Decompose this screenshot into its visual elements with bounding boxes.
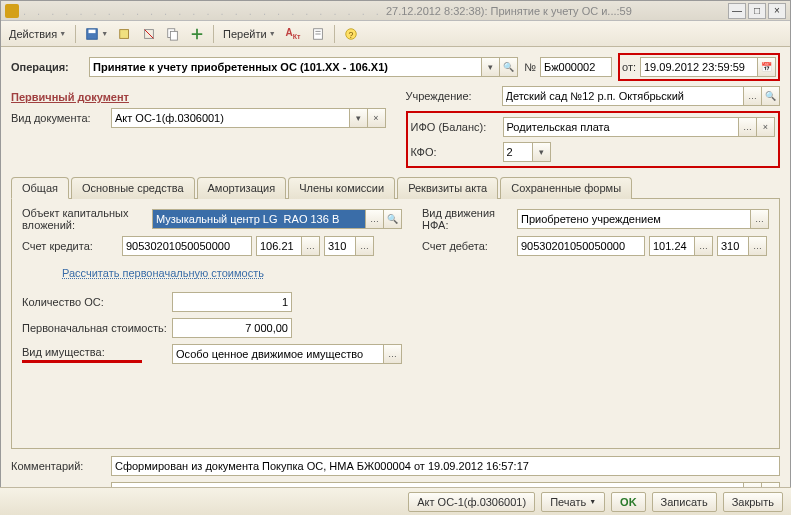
move-ellipsis[interactable]: …	[751, 209, 769, 229]
act-button[interactable]: Акт ОС-1(ф.0306001)	[408, 492, 535, 512]
operation-row: Операция: ▾ 🔍 № от: 📅	[11, 53, 780, 81]
org-input[interactable]	[502, 86, 745, 106]
separator	[334, 25, 335, 43]
tab-saved-forms[interactable]: Сохраненные формы	[500, 177, 632, 199]
kfo-dropdown[interactable]: ▾	[533, 142, 551, 162]
svg-rect-5	[170, 31, 177, 40]
obj-ellipsis[interactable]: …	[366, 209, 384, 229]
actions-menu[interactable]: Действия▼	[5, 24, 70, 44]
obj-input[interactable]	[152, 209, 366, 229]
svg-text:?: ?	[348, 29, 353, 39]
window-title: . . . . . . . . . . . . . . . . . . . . …	[23, 5, 726, 17]
toolbar-icon-1[interactable]	[114, 24, 136, 44]
kind-ellipsis[interactable]: …	[384, 344, 402, 364]
qty-label: Количество ОС:	[22, 296, 172, 308]
doc-type-clear[interactable]: ×	[368, 108, 386, 128]
move-input[interactable]	[517, 209, 751, 229]
obj-label: Объект капитальных вложений:	[22, 207, 152, 231]
number-input[interactable]	[540, 57, 612, 77]
ifo-input[interactable]	[503, 117, 740, 137]
debit-extra-ellipsis[interactable]: …	[749, 236, 767, 256]
credit-sub-ellipsis[interactable]: …	[302, 236, 320, 256]
go-menu[interactable]: Перейти▼	[219, 24, 280, 44]
maximize-button[interactable]: □	[748, 3, 766, 19]
ifo-ellipsis[interactable]: …	[739, 117, 757, 137]
debit-sub-input[interactable]	[649, 236, 695, 256]
kfo-input[interactable]	[503, 142, 533, 162]
svg-rect-2	[120, 29, 129, 38]
ifo-label: ИФО (Баланс):	[411, 121, 503, 133]
operation-search-button[interactable]: 🔍	[500, 57, 518, 77]
toolbar-icon-3[interactable]	[162, 24, 184, 44]
separator	[213, 25, 214, 43]
help-button[interactable]: ?	[340, 24, 362, 44]
doc-type-dropdown[interactable]: ▾	[350, 108, 368, 128]
save-button[interactable]: Записать	[652, 492, 717, 512]
chevron-down-icon: ▼	[59, 30, 66, 37]
credit-extra-input[interactable]	[324, 236, 356, 256]
cost-label: Первоначальная стоимость:	[22, 322, 172, 334]
org-ellipsis[interactable]: …	[744, 86, 762, 106]
operation-select[interactable]	[89, 57, 482, 77]
credit-sub-input[interactable]	[256, 236, 302, 256]
date-input[interactable]	[640, 57, 758, 77]
number-label: №	[524, 61, 536, 73]
operation-dropdown-button[interactable]: ▾	[482, 57, 500, 77]
chevron-down-icon: ▼	[269, 30, 276, 37]
titlebar: . . . . . . . . . . . . . . . . . . . . …	[1, 1, 790, 21]
toolbar-icon-6[interactable]	[307, 24, 329, 44]
qty-input[interactable]	[172, 292, 292, 312]
tab-commission[interactable]: Члены комиссии	[288, 177, 395, 199]
doc-type-label: Вид документа:	[11, 112, 111, 124]
ok-button[interactable]: OK	[611, 492, 646, 512]
tab-act-details[interactable]: Реквизиты акта	[397, 177, 498, 199]
doc-type-input[interactable]	[111, 108, 350, 128]
move-label: Вид движения НФА:	[422, 207, 517, 231]
svg-rect-1	[89, 29, 96, 33]
debit-sub-ellipsis[interactable]: …	[695, 236, 713, 256]
tab-depreciation[interactable]: Амортизация	[197, 177, 287, 199]
section-primary-doc-title: Первичный документ	[11, 91, 386, 103]
org-label: Учреждение:	[406, 90, 502, 102]
ifo-clear[interactable]: ×	[757, 117, 775, 137]
comment-label: Комментарий:	[11, 460, 111, 472]
cost-input[interactable]	[172, 318, 292, 338]
obj-search[interactable]: 🔍	[384, 209, 402, 229]
tabs: Общая Основные средства Амортизация Член…	[11, 176, 780, 199]
credit-account-input[interactable]	[122, 236, 252, 256]
toolbar-icon-2[interactable]	[138, 24, 160, 44]
print-button[interactable]: Печать▼	[541, 492, 605, 512]
toolbar-icon-4[interactable]	[186, 24, 208, 44]
tab-general-body: Объект капитальных вложений: … 🔍 Счет кр…	[11, 199, 780, 449]
tab-general[interactable]: Общая	[11, 177, 69, 199]
close-button[interactable]: Закрыть	[723, 492, 783, 512]
close-window-button[interactable]: ×	[768, 3, 786, 19]
app-icon	[5, 4, 19, 18]
debit-label: Счет дебета:	[422, 240, 517, 252]
date-label: от:	[622, 61, 636, 73]
save-icon-button[interactable]: ▼	[81, 24, 112, 44]
date-picker-button[interactable]: 📅	[758, 57, 776, 77]
calc-cost-link[interactable]: Рассчитать первоначальную стоимость	[62, 267, 264, 279]
separator	[75, 25, 76, 43]
footer: Акт ОС-1(ф.0306001) Печать▼ OK Записать …	[0, 487, 791, 515]
operation-label: Операция:	[11, 61, 89, 73]
toolbar-icon-5[interactable]: АКт	[282, 24, 305, 44]
credit-extra-ellipsis[interactable]: …	[356, 236, 374, 256]
debit-account-input[interactable]	[517, 236, 645, 256]
tab-fixed-assets[interactable]: Основные средства	[71, 177, 195, 199]
kind-label: Вид имущества:	[22, 346, 105, 358]
chevron-down-icon: ▼	[101, 30, 108, 37]
kfo-label: КФО:	[411, 146, 503, 158]
org-search[interactable]: 🔍	[762, 86, 780, 106]
kind-input[interactable]	[172, 344, 384, 364]
toolbar: Действия▼ ▼ Перейти▼ АКт ?	[1, 21, 790, 47]
debit-extra-input[interactable]	[717, 236, 749, 256]
credit-label: Счет кредита:	[22, 240, 122, 252]
minimize-button[interactable]: —	[728, 3, 746, 19]
comment-input[interactable]	[111, 456, 780, 476]
